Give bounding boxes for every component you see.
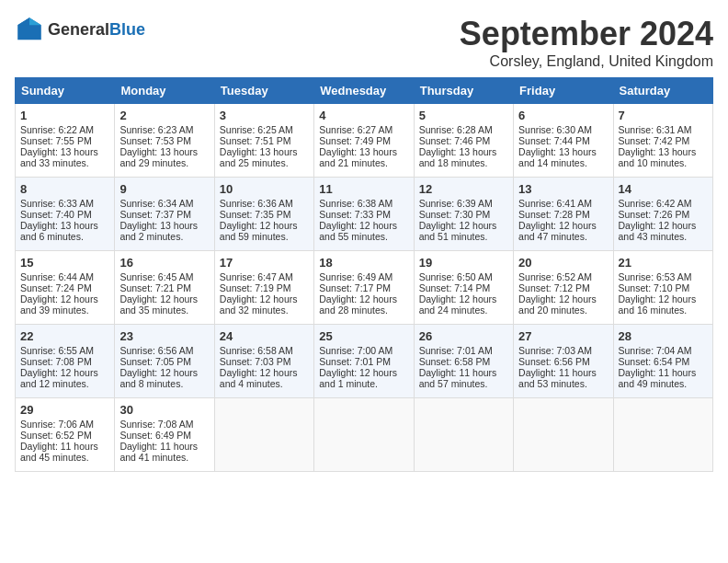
sunset: Sunset: 7:03 PM [220, 356, 291, 367]
calendar-cell: 16Sunrise: 6:45 AMSunset: 7:21 PMDayligh… [115, 251, 214, 325]
calendar-cell: 11Sunrise: 6:38 AMSunset: 7:33 PMDayligh… [314, 178, 414, 251]
daylight: Daylight: 11 hours and 57 minutes. [419, 367, 497, 389]
sunrise: Sunrise: 6:36 AM [220, 198, 293, 209]
daylight: Daylight: 12 hours and 47 minutes. [518, 220, 597, 242]
sunset: Sunset: 7:44 PM [518, 135, 590, 146]
daylight: Daylight: 13 hours and 18 minutes. [419, 146, 497, 168]
sunrise: Sunrise: 6:31 AM [619, 124, 692, 135]
calendar-cell: 24Sunrise: 6:58 AMSunset: 7:03 PMDayligh… [214, 325, 313, 398]
sunrise: Sunrise: 6:30 AM [518, 124, 592, 135]
sunset: Sunset: 7:53 PM [119, 135, 191, 146]
col-header-friday: Friday [514, 78, 613, 104]
week-row-1: 1Sunrise: 6:22 AMSunset: 7:55 PMDaylight… [16, 104, 713, 178]
sunset: Sunset: 7:40 PM [20, 209, 92, 220]
col-header-wednesday: Wednesday [314, 78, 414, 104]
sunset: Sunset: 7:14 PM [419, 282, 491, 293]
sunrise: Sunrise: 6:25 AM [220, 124, 293, 135]
daylight: Daylight: 12 hours and 16 minutes. [619, 293, 697, 316]
sunrise: Sunrise: 6:27 AM [319, 124, 392, 135]
day-number: 6 [518, 109, 608, 122]
day-number: 24 [220, 329, 309, 343]
calendar-cell: 30Sunrise: 7:08 AMSunset: 6:49 PMDayligh… [115, 398, 214, 472]
daylight: Daylight: 12 hours and 59 minutes. [220, 220, 298, 242]
col-header-monday: Monday [115, 78, 214, 104]
calendar-cell: 18Sunrise: 6:49 AMSunset: 7:17 PMDayligh… [314, 251, 414, 325]
day-number: 17 [220, 256, 309, 270]
sunset: Sunset: 7:26 PM [619, 209, 690, 220]
sunrise: Sunrise: 7:00 AM [319, 345, 392, 356]
daylight: Daylight: 13 hours and 25 minutes. [220, 146, 298, 168]
daylight: Daylight: 11 hours and 41 minutes. [119, 441, 198, 463]
calendar-cell: 27Sunrise: 7:03 AMSunset: 6:56 PMDayligh… [514, 325, 613, 398]
sunset: Sunset: 6:58 PM [419, 356, 491, 367]
calendar-cell: 7Sunrise: 6:31 AMSunset: 7:42 PMDaylight… [613, 104, 712, 178]
sunrise: Sunrise: 6:22 AM [20, 124, 94, 135]
sunrise: Sunrise: 6:56 AM [119, 345, 193, 356]
sunrise: Sunrise: 6:38 AM [319, 198, 392, 209]
daylight: Daylight: 13 hours and 2 minutes. [119, 220, 198, 242]
day-number: 22 [20, 329, 109, 343]
week-row-2: 8Sunrise: 6:33 AMSunset: 7:40 PMDaylight… [16, 178, 713, 251]
sunrise: Sunrise: 6:58 AM [220, 345, 293, 356]
day-number: 7 [619, 109, 708, 122]
sunrise: Sunrise: 6:45 AM [119, 271, 193, 282]
calendar-cell: 17Sunrise: 6:47 AMSunset: 7:19 PMDayligh… [214, 251, 313, 325]
sunrise: Sunrise: 7:04 AM [619, 345, 692, 356]
daylight: Daylight: 12 hours and 32 minutes. [220, 293, 298, 316]
daylight: Daylight: 12 hours and 12 minutes. [20, 367, 98, 389]
sunrise: Sunrise: 6:52 AM [518, 271, 592, 282]
sunrise: Sunrise: 6:49 AM [319, 271, 392, 282]
sunrise: Sunrise: 7:06 AM [20, 419, 94, 430]
calendar-cell: 1Sunrise: 6:22 AMSunset: 7:55 PMDaylight… [16, 104, 115, 178]
calendar-cell: 6Sunrise: 6:30 AMSunset: 7:44 PMDaylight… [514, 104, 613, 178]
title-section: September 2024 Corsley, England, United … [460, 15, 713, 70]
calendar-cell: 13Sunrise: 6:41 AMSunset: 7:28 PMDayligh… [514, 178, 613, 251]
week-row-5: 29Sunrise: 7:06 AMSunset: 6:52 PMDayligh… [16, 398, 713, 472]
daylight: Daylight: 12 hours and 28 minutes. [319, 293, 397, 316]
calendar-cell: 21Sunrise: 6:53 AMSunset: 7:10 PMDayligh… [613, 251, 712, 325]
day-number: 4 [319, 109, 408, 122]
day-number: 14 [619, 182, 708, 196]
day-number: 21 [619, 256, 708, 270]
col-header-thursday: Thursday [414, 78, 513, 104]
page-header: GeneralBlue September 2024 Corsley, Engl… [15, 15, 713, 70]
daylight: Daylight: 13 hours and 33 minutes. [20, 146, 98, 168]
daylight: Daylight: 11 hours and 49 minutes. [619, 367, 697, 389]
calendar-cell: 22Sunrise: 6:55 AMSunset: 7:08 PMDayligh… [16, 325, 115, 398]
calendar-cell: 10Sunrise: 6:36 AMSunset: 7:35 PMDayligh… [214, 178, 313, 251]
calendar-cell: 4Sunrise: 6:27 AMSunset: 7:49 PMDaylight… [314, 104, 414, 178]
svg-marker-2 [17, 17, 29, 25]
sunset: Sunset: 7:12 PM [518, 282, 590, 293]
calendar-cell: 8Sunrise: 6:33 AMSunset: 7:40 PMDaylight… [16, 178, 115, 251]
daylight: Daylight: 12 hours and 35 minutes. [119, 293, 198, 316]
daylight: Daylight: 12 hours and 39 minutes. [20, 293, 98, 316]
col-header-saturday: Saturday [613, 78, 712, 104]
day-number: 30 [119, 403, 209, 417]
sunset: Sunset: 7:33 PM [319, 209, 391, 220]
day-number: 26 [419, 329, 508, 343]
day-number: 16 [119, 256, 209, 270]
day-number: 5 [419, 109, 508, 122]
svg-marker-1 [29, 17, 41, 25]
day-number: 20 [518, 256, 608, 270]
day-number: 12 [419, 182, 508, 196]
sunrise: Sunrise: 6:34 AM [119, 198, 193, 209]
logo-icon [15, 15, 44, 44]
sunset: Sunset: 6:52 PM [20, 430, 92, 441]
header-row: SundayMondayTuesdayWednesdayThursdayFrid… [16, 78, 713, 104]
calendar-cell [214, 398, 313, 472]
month-title: September 2024 [460, 15, 713, 53]
calendar-cell: 15Sunrise: 6:44 AMSunset: 7:24 PMDayligh… [16, 251, 115, 325]
daylight: Daylight: 13 hours and 6 minutes. [20, 220, 98, 242]
daylight: Daylight: 12 hours and 24 minutes. [419, 293, 497, 316]
day-number: 3 [220, 109, 309, 122]
sunrise: Sunrise: 7:01 AM [419, 345, 493, 356]
sunrise: Sunrise: 6:39 AM [419, 198, 493, 209]
calendar-cell: 29Sunrise: 7:06 AMSunset: 6:52 PMDayligh… [16, 398, 115, 472]
calendar-cell: 25Sunrise: 7:00 AMSunset: 7:01 PMDayligh… [314, 325, 414, 398]
day-number: 25 [319, 329, 408, 343]
sunset: Sunset: 6:56 PM [518, 356, 590, 367]
calendar-table: SundayMondayTuesdayWednesdayThursdayFrid… [15, 77, 713, 472]
sunrise: Sunrise: 6:28 AM [419, 124, 493, 135]
sunset: Sunset: 7:17 PM [319, 282, 391, 293]
